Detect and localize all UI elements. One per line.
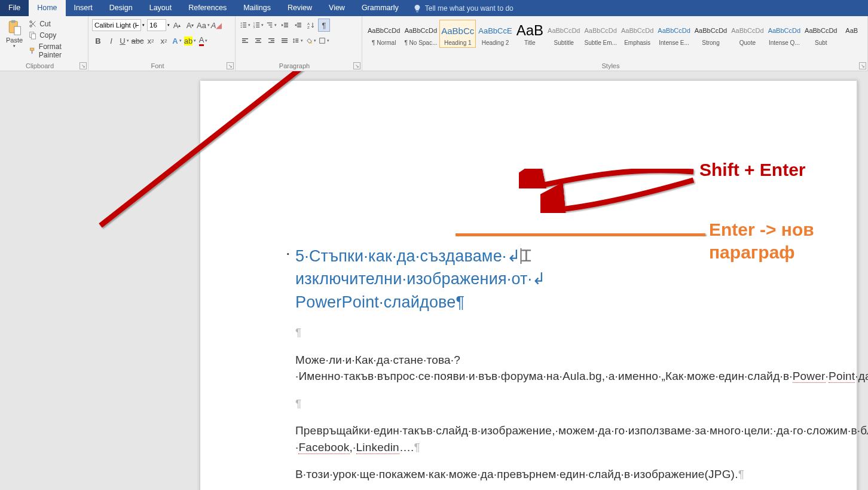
italic-button[interactable]: I [105,34,117,47]
underline-button[interactable]: U [118,34,130,47]
tab-review[interactable]: Review [279,0,320,16]
shrink-font-button[interactable]: A▾ [184,19,196,32]
copy-button[interactable]: Copy [26,30,84,41]
tab-view[interactable]: View [320,0,353,16]
group-styles: AaBbCcDd¶ NormalAaBbCcDd¶ No Spac...AaBb… [362,16,868,71]
spacing-icon [292,36,299,45]
ribbon-tabs: File Home Insert Design Layout Reference… [0,0,868,16]
empty-paragraph-2[interactable]: ¶ [295,395,786,412]
bold-button[interactable]: B [92,34,104,47]
style-heading-2[interactable]: AaBbCcEHeading 2 [476,20,514,48]
group-font: ▾ ▾ A▴ A▾ Aa A◢ B I U abc x2 x2 A ab A F… [88,16,236,71]
numbering-button[interactable]: 123 [252,19,264,32]
highlight-button[interactable]: ab [184,34,196,47]
paragraph-3[interactable]: В·този·урок·ще·покажем·как·може·да·превъ… [295,466,786,483]
tab-insert[interactable]: Insert [66,0,101,16]
style-sample: AaB [841,22,862,39]
group-clipboard: Paste ▾ Cut Copy Format Painter Clipboar… [0,16,88,71]
tab-mailings[interactable]: Mailings [235,0,279,16]
font-color-button[interactable]: A [197,34,209,47]
text-effects-button[interactable]: A [171,34,183,47]
style-subtle-em-[interactable]: AaBbCcDdSubtle Em... [582,20,618,48]
style-intense-q-[interactable]: AaBbCcDdIntense Q... [766,20,802,48]
svg-point-13 [241,27,242,28]
font-group-label: Font [88,62,227,69]
decrease-indent-button[interactable] [279,19,291,32]
show-hide-button[interactable]: ¶ [318,19,330,32]
style-sample: AaBbCcDd [805,22,837,39]
document-workspace[interactable]: ▪ 5·Стъпки·как·да·създаваме·↲Ꮖ изключите… [0,71,868,490]
style-item[interactable]: AaB [839,20,864,48]
pilcrow-icon: ¶ [322,21,326,30]
clipboard-launch[interactable]: ↘ [80,62,87,69]
borders-button[interactable] [318,34,330,47]
style-intense-e-[interactable]: AaBbCcDdIntense E... [656,20,692,48]
svg-rect-44 [295,39,298,39]
tab-layout[interactable]: Layout [141,0,181,16]
bullets-button[interactable] [239,19,251,32]
document-body[interactable]: ▪ 5·Стъпки·как·да·създаваме·↲Ꮖ изключите… [295,245,786,483]
align-center-button[interactable] [252,34,264,47]
tab-references[interactable]: References [180,0,235,16]
justify-icon [280,36,289,45]
annot-shift-enter: Shift + Enter [699,160,806,180]
paste-button[interactable]: Paste ▾ [4,19,25,60]
tab-grammarly[interactable]: Grammarly [353,0,407,16]
change-case-button[interactable]: Aa [197,19,209,32]
styles-gallery[interactable]: AaBbCcDd¶ NormalAaBbCcDd¶ No Spac...AaBb… [366,19,864,48]
style-heading-1[interactable]: AaBbCcHeading 1 [439,20,476,48]
superscript-button[interactable]: x2 [158,34,170,47]
justify-button[interactable] [279,34,291,47]
format-painter-button[interactable]: Format Painter [26,41,84,60]
align-left-icon [241,36,249,45]
grow-font-button[interactable]: A▴ [171,19,183,32]
multilevel-button[interactable] [265,19,277,32]
style--no-spac-[interactable]: AaBbCcDd¶ No Spac... [402,20,439,48]
shading-button[interactable] [305,34,317,47]
style-title[interactable]: AaBTitle [515,20,545,48]
svg-point-11 [241,25,242,26]
strike-button[interactable]: abc [132,34,143,47]
font-launch[interactable]: ↘ [227,62,234,69]
svg-rect-33 [242,40,246,41]
clipboard-group-label: Clipboard [0,62,80,69]
svg-rect-21 [267,23,273,23]
style-subt[interactable]: AaBbCcDdSubt [803,20,839,48]
tab-home[interactable]: Home [29,0,65,16]
style-name: Subtitle [548,39,580,46]
paragraph-2[interactable]: Превръщайки·един·такъв·слайд·в·изображен… [295,422,786,455]
style-name: Title [516,39,543,46]
p2-link-2: Linkedin [356,441,399,454]
styles-launch[interactable]: ↘ [859,62,866,69]
style-strong[interactable]: AaBbCcDdStrong [693,20,729,48]
tab-design[interactable]: Design [101,0,141,16]
paragraph-1[interactable]: Може·ли·и·Как·да·стане·това·?·Именно·так… [295,352,786,385]
font-size-input[interactable] [147,19,166,31]
line-spacing-button[interactable] [292,34,304,47]
svg-rect-41 [282,38,288,39]
pilcrow-mark: ¶ [738,468,744,480]
style-emphasis[interactable]: AaBbCcDdEmphasis [619,20,655,48]
font-name-input[interactable] [92,19,141,31]
p2-link-1: Facebook [298,441,349,454]
align-left-button[interactable] [239,34,251,47]
style-quote[interactable]: AaBbCcDdQuote [729,20,765,48]
tab-file[interactable]: File [0,0,29,16]
svg-point-9 [241,23,242,24]
sort-button[interactable]: AZ [305,19,317,32]
style--normal[interactable]: AaBbCcDd¶ Normal [366,20,402,48]
increase-indent-button[interactable] [292,19,304,32]
heading-line-1: 5·Стъпки·как·да·създаваме· [295,247,507,265]
svg-rect-32 [242,38,248,39]
align-right-button[interactable] [265,34,277,47]
svg-rect-8 [32,50,33,54]
subscript-button[interactable]: x2 [145,34,157,47]
tell-me[interactable]: Tell me what you want to do [407,0,519,16]
empty-paragraph-1[interactable]: ¶ [295,324,786,341]
svg-rect-22 [268,25,272,25]
style-subtitle[interactable]: AaBbCcDdSubtitle [546,20,582,48]
clear-formatting-button[interactable]: A◢ [210,19,222,32]
cut-button[interactable]: Cut [26,19,84,29]
paragraph-launch[interactable]: ↘ [353,62,360,69]
align-right-icon [267,36,276,45]
